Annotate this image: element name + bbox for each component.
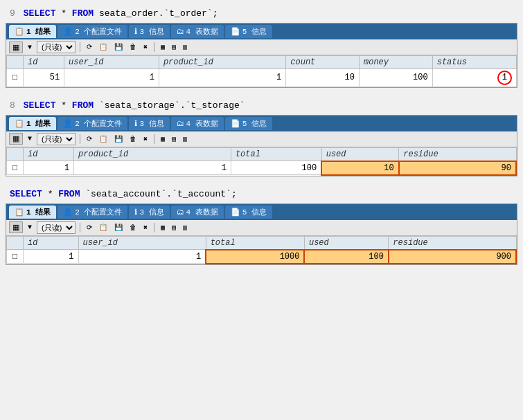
- col-header-id-3: id: [24, 236, 79, 250]
- row-checkbox-2-1[interactable]: □: [7, 161, 24, 175]
- delete-icon-3[interactable]: 🗑: [127, 222, 139, 233]
- tab-config-1[interactable]: 👤 2 个配置文件: [57, 25, 127, 38]
- tabs-bar-2: 📋 1 结果 👤 2 个配置文件 ℹ 3 信息 🗂 4 表数据 📄 5 信息: [6, 116, 517, 131]
- grid-icon-1[interactable]: ▦: [159, 42, 167, 53]
- cell-userid-1-1: 1: [64, 69, 159, 87]
- query-line-2: 8 SELECT * FROM `seata_storage`.`t_stora…: [6, 98, 517, 113]
- rows-icon-2[interactable]: ▤: [170, 134, 178, 145]
- result-panel-3: 📋 1 结果 👤 2 个配置文件 ℹ 3 信息 🗂 4 表数据 📄 5 信息 ▦: [6, 203, 517, 265]
- cell-used-2-1: 10: [321, 161, 399, 175]
- grid-icon-2[interactable]: ▦: [159, 134, 167, 145]
- refresh-icon-1[interactable]: ⟳: [85, 42, 94, 53]
- divider-1a: [80, 42, 80, 52]
- query-line-1: 9 SELECT * FROM seata_order.`t_order`;: [6, 6, 517, 21]
- close-icon-2[interactable]: ✖: [141, 134, 150, 145]
- tab-info2-3[interactable]: 📄 5 信息: [225, 206, 272, 219]
- col-header-used-3: used: [304, 236, 388, 250]
- col-header-used-2: used: [321, 147, 399, 161]
- close-icon-3[interactable]: ✖: [141, 222, 150, 233]
- cell-productid-1-1: 1: [159, 69, 285, 87]
- cell-residue-3-1: 900: [389, 250, 516, 264]
- readonly-select-1[interactable]: (只读): [37, 41, 76, 53]
- divider-2b: [154, 134, 154, 144]
- table-row: □ 51 1 1 10 100 1: [7, 69, 517, 87]
- tab-label-2: 1 结果: [26, 118, 51, 129]
- tab-info-2[interactable]: ℹ 3 信息: [129, 117, 169, 130]
- grid-icon-3[interactable]: ▦: [159, 222, 167, 233]
- tab-info-1[interactable]: ℹ 3 信息: [129, 25, 169, 38]
- cell-status-1-1: 1: [432, 69, 516, 87]
- grid-view-btn-1[interactable]: ▦: [9, 42, 23, 53]
- copy-icon-3[interactable]: 📋: [97, 222, 109, 233]
- col-header-total-2: total: [231, 147, 321, 161]
- col-header-userid-3: user_id: [78, 236, 206, 250]
- grid-view-btn-2[interactable]: ▦: [9, 133, 23, 145]
- tab-icon-info-2: ℹ: [134, 119, 137, 128]
- line-number-2: 8: [10, 100, 15, 111]
- row-checkbox-3-1[interactable]: □: [7, 250, 24, 264]
- save-icon-3[interactable]: 💾: [112, 222, 125, 233]
- col-header-userid-1: user_id: [64, 56, 159, 69]
- row-checkbox-1-1[interactable]: □: [7, 69, 24, 87]
- tab-icon-i2-2: 📄: [231, 119, 240, 128]
- data-table-3: id user_id total used residue □ 1 1 1000…: [6, 236, 517, 264]
- tab-info2-2[interactable]: 📄 5 信息: [225, 117, 272, 130]
- delete-icon-2[interactable]: 🗑: [127, 134, 139, 145]
- rows-icon-1[interactable]: ▤: [170, 42, 178, 53]
- tab-tabledata-2[interactable]: 🗂 4 表数据: [171, 117, 224, 130]
- col-header-residue-3: residue: [389, 236, 516, 250]
- tab-label-1: 1 结果: [26, 26, 51, 37]
- tab-icon-config-3: 👤: [63, 208, 73, 217]
- readonly-select-2[interactable]: (只读): [37, 133, 76, 145]
- tab-icon-info-3: ℹ: [134, 208, 137, 217]
- col-header-count-1: count: [286, 56, 360, 69]
- tab-config-3[interactable]: 👤 2 个配置文件: [57, 206, 127, 219]
- table-row: □ 1 1 1000 100 900: [7, 250, 517, 264]
- tab-result-3[interactable]: 📋 1 结果: [9, 206, 56, 219]
- save-icon-2[interactable]: 💾: [112, 134, 125, 145]
- cell-productid-2-1: 1: [74, 161, 231, 175]
- tab-label-config-3: 2 个配置文件: [75, 207, 122, 217]
- cell-id-1-1: 51: [24, 69, 64, 87]
- tab-config-2[interactable]: 👤 2 个配置文件: [57, 117, 127, 130]
- tab-tabledata-1[interactable]: 🗂 4 表数据: [171, 25, 224, 38]
- tab-result-2[interactable]: 📋 1 结果: [9, 117, 56, 130]
- save-icon-1[interactable]: 💾: [112, 42, 125, 53]
- tab-label-td-2: 4 表数据: [186, 118, 218, 129]
- refresh-icon-2[interactable]: ⟳: [85, 134, 94, 145]
- tab-label-info-2: 3 信息: [139, 118, 163, 129]
- tab-label-3: 1 结果: [26, 207, 51, 217]
- dropdown-icon-1: ▼: [26, 42, 34, 53]
- cell-total-2-1: 100: [231, 161, 321, 175]
- tab-icon-3: 📋: [15, 208, 24, 217]
- tab-label-i2-1: 5 信息: [242, 26, 267, 37]
- rows-icon-3[interactable]: ▤: [170, 222, 178, 233]
- copy-icon-2[interactable]: 📋: [97, 134, 109, 145]
- tabs-bar-3: 📋 1 结果 👤 2 个配置文件 ℹ 3 信息 🗂 4 表数据 📄 5 信息: [6, 204, 517, 220]
- query-block-2: 8 SELECT * FROM `seata_storage`.`t_stora…: [6, 98, 517, 176]
- cols-icon-3[interactable]: ▥: [181, 222, 189, 233]
- tab-label-i2-3: 5 信息: [242, 207, 267, 217]
- toolbar-3: ▦ ▼ (只读) ⟳ 📋 💾 🗑 ✖ ▦ ▤ ▥: [6, 220, 517, 236]
- tab-info-3[interactable]: ℹ 3 信息: [129, 206, 169, 219]
- cols-icon-1[interactable]: ▥: [181, 42, 189, 53]
- tab-icon-i2-3: 📄: [231, 208, 240, 217]
- tab-icon-td-1: 🗂: [177, 27, 184, 36]
- readonly-select-3[interactable]: (只读): [37, 221, 76, 234]
- tab-tabledata-3[interactable]: 🗂 4 表数据: [171, 206, 224, 219]
- cell-used-3-1: 100: [304, 250, 388, 264]
- tab-label-info-3: 3 信息: [139, 207, 163, 217]
- dropdown-icon-3: ▼: [26, 222, 34, 232]
- delete-icon-1[interactable]: 🗑: [127, 42, 139, 53]
- tab-info2-1[interactable]: 📄 5 信息: [225, 25, 272, 38]
- grid-view-btn-3[interactable]: ▦: [9, 221, 23, 233]
- tab-icon-td-2: 🗂: [177, 119, 184, 128]
- refresh-icon-3[interactable]: ⟳: [85, 222, 94, 233]
- tab-label-td-1: 4 表数据: [186, 26, 218, 37]
- close-icon-1[interactable]: ✖: [141, 42, 150, 53]
- copy-icon-1[interactable]: 📋: [97, 42, 109, 53]
- tab-label-config-2: 2 个配置文件: [75, 118, 122, 129]
- cell-id-3-1: 1: [24, 250, 79, 264]
- cols-icon-2[interactable]: ▥: [181, 134, 189, 145]
- tab-result-1[interactable]: 📋 1 结果: [9, 25, 56, 38]
